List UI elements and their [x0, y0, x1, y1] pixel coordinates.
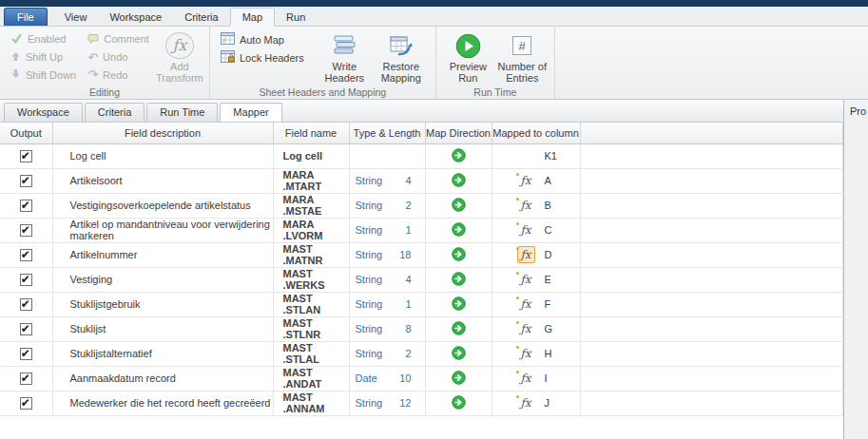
- undo-icon: ↶: [87, 51, 98, 64]
- preview-run-button[interactable]: Preview Run: [441, 30, 495, 84]
- doc-tab-criteria[interactable]: Criteria: [85, 103, 145, 122]
- output-checkbox[interactable]: [20, 175, 32, 187]
- tab-criteria[interactable]: Criteria: [173, 9, 229, 26]
- output-checkbox[interactable]: [20, 348, 32, 360]
- field-type: String: [356, 274, 383, 285]
- field-length: 4: [405, 175, 411, 186]
- fx-icon[interactable]: ƒx: [517, 345, 535, 362]
- table-row[interactable]: Medewerker die het record heeft gecreëer…: [0, 391, 843, 415]
- table-header-row: Output Field description Field name Type…: [0, 123, 843, 143]
- output-checkbox[interactable]: [20, 150, 32, 162]
- header-map-direction[interactable]: Map Direction: [425, 123, 492, 143]
- table-row[interactable]: Vestigingsoverkoepelende artikelstatusMA…: [0, 193, 843, 218]
- doc-tab-mapper[interactable]: Mapper: [220, 103, 281, 122]
- map-direction-icon[interactable]: [452, 202, 466, 214]
- header-field-name[interactable]: Field name: [273, 123, 349, 143]
- header-output[interactable]: Output: [0, 123, 52, 143]
- fx-icon[interactable]: ƒx: [517, 394, 535, 411]
- undo-label: Undo: [103, 51, 127, 63]
- table-row[interactable]: ArtikelsoortMARA .MTARTString4ƒxA: [0, 168, 843, 193]
- write-headers-label: Write Headers: [318, 61, 372, 84]
- fx-icon[interactable]: ƒx: [517, 246, 535, 263]
- write-headers-button[interactable]: Write Headers: [318, 30, 372, 84]
- fx-icon[interactable]: ƒx: [517, 197, 535, 214]
- tab-view[interactable]: View: [53, 9, 99, 26]
- ribbon-tab-bar: File View Workspace Criteria Map Run: [0, 7, 868, 26]
- field-name: MAST .STLAL: [283, 342, 320, 365]
- output-checkbox[interactable]: [20, 274, 32, 286]
- fx-icon[interactable]: ƒx: [517, 296, 535, 313]
- field-name: MAST .STLNR: [283, 317, 321, 340]
- redo-label: Redo: [103, 69, 127, 81]
- header-type-length[interactable]: Type & Length: [349, 123, 425, 143]
- shift-down-button[interactable]: Shift Down: [5, 66, 82, 84]
- table-row[interactable]: StuklijstMAST .STLNRString8ƒxG: [0, 316, 843, 341]
- redo-button[interactable]: ↷ Redo: [82, 66, 155, 84]
- output-checkbox[interactable]: [20, 249, 32, 261]
- table-row[interactable]: ArtikelnummerMAST .MATNRString18ƒxD: [0, 242, 843, 267]
- output-checkbox[interactable]: [20, 323, 32, 335]
- table-row[interactable]: StuklijstgebruikMAST .STLANString1ƒxF: [0, 292, 843, 316]
- title-bar: [0, 0, 868, 7]
- doc-tab-run-time[interactable]: Run Time: [146, 103, 218, 122]
- header-mapped-to-column[interactable]: Mapped to column: [492, 123, 580, 143]
- shift-up-button[interactable]: Shift Up: [5, 48, 82, 67]
- ribbon-empty-area: [555, 27, 868, 99]
- field-description: Stuklijstalternatief: [70, 348, 152, 359]
- map-direction-icon[interactable]: [452, 400, 466, 411]
- empty-cell: [580, 193, 843, 218]
- map-direction-icon[interactable]: [452, 178, 466, 189]
- field-length: 1: [405, 224, 411, 236]
- field-name: Log cell: [283, 150, 323, 162]
- empty-cell: [580, 292, 843, 316]
- output-checkbox[interactable]: [20, 200, 32, 212]
- lock-headers-button[interactable]: Lock Headers: [215, 48, 310, 67]
- add-transform-button[interactable]: ƒx Add Transform: [155, 30, 204, 84]
- field-length: 2: [405, 348, 411, 359]
- table-row[interactable]: Artikel op mandantniveau voor verwijderi…: [0, 218, 843, 242]
- map-direction-icon[interactable]: [452, 227, 466, 239]
- undo-button[interactable]: ↶ Undo: [82, 48, 155, 67]
- map-direction-icon[interactable]: [452, 301, 466, 313]
- map-direction-icon[interactable]: [452, 277, 466, 288]
- fx-icon[interactable]: ƒx: [517, 172, 535, 189]
- fx-icon[interactable]: ƒx: [517, 320, 535, 337]
- map-direction-icon[interactable]: [452, 153, 466, 164]
- empty-cell: [580, 218, 843, 242]
- output-checkbox[interactable]: [20, 298, 32, 311]
- empty-cell: [580, 366, 843, 391]
- table-row[interactable]: Aanmaakdatum recordMAST .ANDATDate10ƒxI: [0, 366, 843, 391]
- enabled-button[interactable]: Enabled: [5, 30, 82, 48]
- tab-file[interactable]: File: [4, 8, 48, 26]
- fx-icon[interactable]: ƒx: [517, 271, 535, 288]
- right-side-panel[interactable]: Pro: [843, 100, 868, 439]
- tab-map[interactable]: Map: [230, 8, 275, 27]
- output-checkbox[interactable]: [20, 224, 32, 237]
- arrow-down-icon: [10, 68, 21, 81]
- field-length: 2: [405, 200, 411, 211]
- output-checkbox[interactable]: [20, 372, 32, 385]
- map-direction-icon[interactable]: [452, 351, 466, 362]
- map-direction-icon[interactable]: [452, 375, 466, 387]
- map-direction-icon[interactable]: [452, 326, 466, 337]
- arrow-up-icon: [10, 51, 21, 64]
- table-row[interactable]: StuklijstalternatiefMAST .STLALString2ƒx…: [0, 341, 843, 366]
- tab-run[interactable]: Run: [275, 9, 317, 26]
- ribbon-group-run-time: Preview Run # Number of Entries Run Time: [436, 27, 555, 99]
- restore-mapping-label: Restore Mapping: [372, 61, 431, 84]
- tab-workspace[interactable]: Workspace: [98, 9, 173, 26]
- preview-run-label: Preview Run: [441, 61, 495, 84]
- auto-map-button[interactable]: Auto Map: [215, 30, 310, 48]
- header-field-description[interactable]: Field description: [52, 123, 273, 143]
- table-row[interactable]: Log cellLog cellƒxK1: [0, 143, 843, 168]
- header-empty: [580, 123, 843, 143]
- number-of-entries-button[interactable]: # Number of Entries: [495, 30, 550, 84]
- map-direction-icon[interactable]: [452, 252, 466, 263]
- doc-tab-workspace[interactable]: Workspace: [4, 103, 83, 122]
- fx-icon[interactable]: ƒx: [517, 370, 535, 387]
- output-checkbox[interactable]: [20, 397, 32, 410]
- restore-mapping-button[interactable]: Restore Mapping: [372, 30, 431, 84]
- table-row[interactable]: VestigingMAST .WERKSString4ƒxE: [0, 267, 843, 292]
- comment-button[interactable]: Comment: [82, 30, 155, 48]
- fx-icon[interactable]: ƒx: [517, 221, 535, 239]
